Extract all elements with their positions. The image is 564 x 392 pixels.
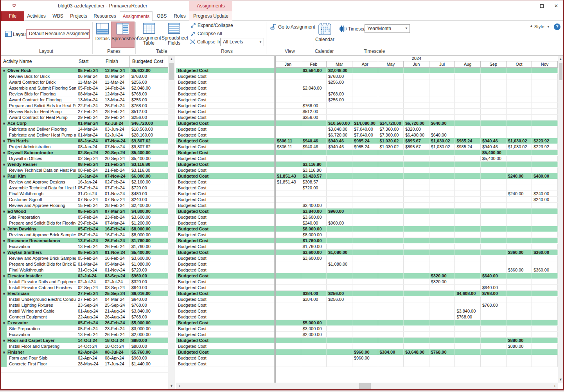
activity-row[interactable]: Customer Signoff07-Nov-2407-Nov-24$240.0… (1, 197, 168, 203)
spreadsheet-row[interactable]: Budgeted Cost$768.00 (176, 91, 558, 97)
activity-row[interactable]: Connect Equipment22-Aug-2426-Aug-24$768.… (1, 314, 168, 320)
tab-resources[interactable]: Resources (90, 11, 120, 21)
resource-group-row[interactable]: ∨Tim Harris08-Jan-2407-Nov-24$9,807.62 (1, 138, 168, 144)
spreadsheet-row[interactable]: Budgeted Cost$10,560.00$14,080.00$14,720… (176, 120, 558, 126)
layout-button-label[interactable]: Layout (13, 32, 27, 37)
resource-group-row[interactable]: ∨Electrician27-Feb-2425-Sep-24$6,016.00 (1, 291, 168, 297)
spreadsheet-row[interactable]: Budgeted Cost$320.00$640.00 (176, 273, 558, 279)
resource-group-row[interactable]: ∨Drywall Subcontractor02-Sep-2420-Sep-24… (1, 150, 168, 156)
activity-row[interactable]: Review and Approve Designs16-Jan-2402-Fe… (1, 179, 168, 185)
spreadsheet-row[interactable]: Budgeted Cost$768.00 (176, 103, 558, 109)
activity-row[interactable]: Review Bids for Heat Pump27-Feb-2428-Feb… (1, 109, 168, 115)
column-header-activity-name[interactable]: Activity Name (1, 56, 76, 67)
spreadsheet-row[interactable]: Budgeted Cost$768.00 (176, 74, 558, 79)
spreadsheet-row[interactable]: Budgeted Cost$880.00 (176, 343, 558, 349)
activity-row[interactable]: Excavation13-Feb-2426-Feb-24$1,760.00 (1, 244, 168, 250)
column-header-finish[interactable]: Finish (103, 56, 130, 67)
expand-collapse-button[interactable]: Expand/Collapse (190, 23, 233, 31)
resource-group-row[interactable]: ∨Waylan Smithers05-Feb-2401-Nov-24$5,400… (1, 250, 168, 255)
activity-row[interactable]: Form and Pour Slab02-Apr-2408-Apr-24$960… (1, 355, 168, 361)
collapse-chevron-icon[interactable]: ∨ (3, 320, 7, 325)
spreadsheet-row[interactable]: Budgeted Cost$240.00$960.00 (176, 220, 558, 226)
spreadsheet-button[interactable]: Spreadsheet (111, 22, 135, 48)
spreadsheet-row[interactable]: Budgeted Cost$768.00 (176, 314, 558, 320)
spreadsheet-row[interactable]: Budgeted Cost$6,720.00$7,040.00$7,360.00… (176, 132, 558, 138)
spreadsheet-row[interactable]: Budgeted Cost$640.00 (176, 285, 558, 291)
activity-row[interactable]: Fabricate and Deliver Heat Pump and01-Ma… (1, 132, 168, 138)
scroll-left-icon[interactable]: ‹ (176, 383, 183, 389)
maximize-button[interactable] (536, 2, 548, 10)
spreadsheet-row[interactable]: Budgeted Cost$3,000.00 (176, 326, 558, 332)
activity-row[interactable]: Assemble Technical Data for Heat Pu05-Fe… (1, 185, 168, 191)
resource-group-row[interactable]: ∨Excavator05-Feb-2426-Feb-24$5,000.00 (1, 320, 168, 326)
column-header-budgeted-cost[interactable]: Budgeted Cost (130, 56, 165, 67)
spreadsheet-row[interactable]: Budgeted Cost$8,000.00 (176, 226, 558, 232)
tab-file[interactable]: File (1, 11, 24, 21)
spreadsheet-row[interactable]: Budgeted Cost$3,840.00 (176, 308, 558, 314)
collapse-chevron-icon[interactable]: ∨ (3, 68, 7, 73)
scrollbar-thumb[interactable] (559, 63, 562, 80)
activity-row[interactable]: Site Preparation05-Feb-2423-Feb-24$3,000… (1, 326, 168, 332)
activity-row[interactable]: Review Bids for Flooring08-Mar-2412-Mar-… (1, 91, 168, 97)
activity-row[interactable]: Prepare and Solicit Bids for Heat Pump22… (1, 103, 168, 109)
spreadsheet-row[interactable]: Budgeted Cost$960.00$384.00$3,648.00$768… (176, 349, 558, 355)
quick-access-toolbar-icon[interactable] (11, 3, 17, 9)
spreadsheet-row[interactable]: Budgeted Cost$806.11$940.46$940.46$985.2… (176, 144, 558, 150)
spreadsheet-row[interactable]: Budgeted Cost$5,400.00 (176, 156, 558, 162)
tab-roles[interactable]: Roles (171, 11, 189, 21)
column-header-start[interactable]: Start (76, 56, 103, 67)
activity-row[interactable]: Install Underground Electric Conduit27-F… (1, 297, 168, 302)
activity-row[interactable]: Concrete First Floor28-May-2417-Jun-24$1… (1, 361, 168, 367)
resource-group-row[interactable]: ∨Ed Wood05-Feb-2407-Mar-24$4,800.00 (1, 209, 168, 214)
spreadsheet-row[interactable]: Budgeted Cost$1,851.43$3,428.57$240.00$4… (176, 173, 558, 179)
style-menu[interactable]: Style (534, 22, 544, 31)
spreadsheet-row[interactable]: Budgeted Cost$3,116.80 (176, 162, 558, 167)
collapse-to-dropdown[interactable]: All Levels ▼ (220, 38, 264, 46)
activity-row[interactable]: Review and Approve Brick Samples05-Feb-2… (1, 255, 168, 261)
activity-row[interactable]: Fabricate and Deliver Flooring14-Mar-240… (1, 126, 168, 132)
collapse-chevron-icon[interactable]: ∨ (3, 273, 7, 279)
spreadsheet-row[interactable]: Budgeted Cost$5,400.00 (176, 150, 558, 156)
activity-row[interactable]: Install Elevator Cab and Finishes02-Sep-… (1, 285, 168, 291)
activity-row[interactable]: Review Technical Data on Heat Pump08-Feb… (1, 167, 168, 173)
collapse-chevron-icon[interactable]: ∨ (3, 350, 7, 355)
activity-row[interactable]: Drywall in Offices02-Sep-2420-Sep-24$5,4… (1, 156, 168, 162)
collapse-all-button[interactable]: Collapse All (190, 31, 222, 39)
activity-row[interactable]: Final Walkthrough31-Oct-2401-Nov-24$720.… (1, 267, 168, 273)
collapse-chevron-icon[interactable]: ∨ (3, 238, 7, 243)
resource-group-row[interactable]: ∨Roseanne Rosannadanna13-Feb-2426-Feb-24… (1, 238, 168, 244)
activity-row[interactable]: Review and Approve Brick Samples05-Feb-2… (1, 232, 168, 238)
spreadsheet-row[interactable]: Budgeted Cost$256.00 (176, 115, 558, 120)
collapse-chevron-icon[interactable]: ∨ (3, 227, 7, 232)
spreadsheet-row[interactable]: Budgeted Cost$720.00 (176, 185, 558, 191)
scroll-down-icon[interactable]: ▼ (558, 376, 563, 383)
collapse-chevron-icon[interactable]: ∨ (3, 121, 7, 126)
activity-row[interactable]: Prepare and Solicit Bids for Brick Ext01… (1, 261, 168, 267)
spreadsheet-row[interactable]: Budgeted Cost$1,760.00 (176, 238, 558, 244)
layout-preset-dropdown[interactable]: Default Resource Assignments ▼ (26, 29, 90, 39)
minimize-button[interactable] (521, 2, 533, 10)
scroll-right-icon[interactable]: › (551, 383, 558, 389)
spreadsheet-row[interactable]: Budgeted Cost$2,000.00 (176, 332, 558, 338)
resource-group-row[interactable]: ∨Wendy Resner08-Feb-2421-Feb-24$3,116.80 (1, 162, 168, 167)
scrollbar-thumb[interactable] (359, 383, 371, 389)
spreadsheet-row[interactable]: Budgeted Cost$5,000.00 (176, 320, 558, 326)
resource-group-row[interactable]: ∨Elevator Installer02-Jul-2403-Sep-24$96… (1, 273, 168, 279)
right-vertical-scrollbar[interactable]: ▲ ▼ (558, 56, 563, 383)
spreadsheet-row[interactable]: Budgeted Cost$3,600.00$1,080.00$360.00$3… (176, 250, 558, 255)
spreadsheet-row[interactable]: Budgeted Cost$768.00 (176, 302, 558, 308)
tab-activities[interactable]: Activities (24, 11, 48, 21)
spreadsheet-row[interactable]: Budgeted Cost$3,584.00$2,048.00 (176, 68, 558, 74)
collapse-ribbon-icon[interactable]: ▲ (530, 24, 533, 28)
details-button[interactable]: Details (94, 22, 111, 47)
activity-row[interactable]: Install Floor and Carpeting14-Oct-2418-O… (1, 343, 168, 349)
tab-wbs[interactable]: WBS (48, 11, 67, 21)
activity-row[interactable]: Review and Approve Flooring15-Feb-2428-F… (1, 203, 168, 209)
spreadsheet-row[interactable]: Budgeted Cost$240.00$240.00 (176, 191, 558, 197)
activity-row[interactable]: Award Contract for Flooring13-Mar-2413-M… (1, 97, 168, 103)
style-dropdown-icon[interactable]: ▼ (547, 23, 550, 31)
spreadsheet-row[interactable]: Budgeted Cost$8,000.00 (176, 232, 558, 238)
spreadsheet-row[interactable]: Budgeted Cost$384.00$256.00 (176, 297, 558, 302)
activity-row[interactable]: Install Elevator Rails and Equipment02-J… (1, 279, 168, 285)
collapse-chevron-icon[interactable]: ∨ (3, 338, 7, 343)
